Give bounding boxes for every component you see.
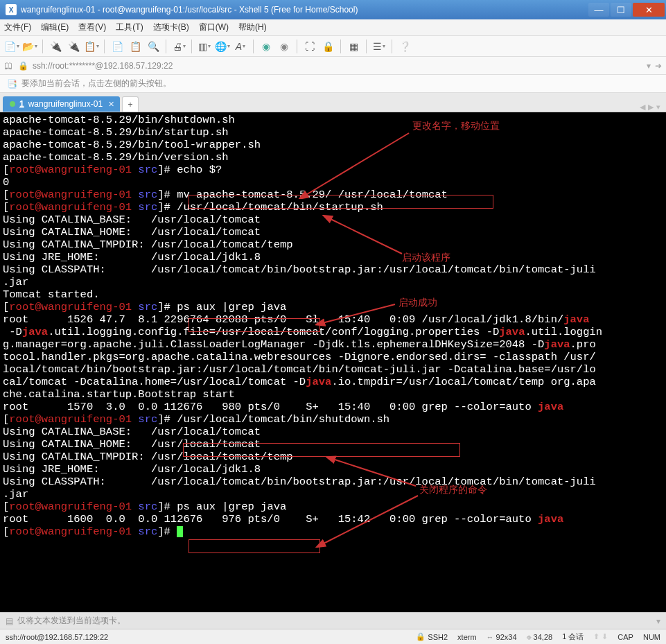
lock-small-icon: 🔒 <box>18 61 28 71</box>
menu-bar: 文件(F) 编辑(E) 查看(V) 工具(T) 选项卡(B) 窗口(W) 帮助(… <box>0 19 666 36</box>
xftp-icon[interactable]: ◉ <box>258 39 274 54</box>
send-text: 仅将文本发送到当前选项卡。 <box>17 615 125 627</box>
help-icon[interactable]: ❔ <box>397 39 412 54</box>
lock-status-icon: 🔒 <box>416 632 426 641</box>
menu-file[interactable]: 文件(F) <box>4 21 31 33</box>
status-caps: CAP <box>617 633 633 641</box>
annotation-3: 启动成功 <box>398 296 437 308</box>
paste-icon[interactable]: 📋 <box>128 39 143 54</box>
menu-edit[interactable]: 编辑(E) <box>41 21 69 33</box>
status-bar: ssh://root@192.168.57.129:22 🔒SSH2 xterm… <box>0 629 666 644</box>
status-session: 1 会话 <box>562 632 584 642</box>
window-titlebar: X wangruifenglinux-01 - root@wangruifeng… <box>0 0 666 19</box>
highlight-box-4 <box>189 539 320 553</box>
app-icon: X <box>6 4 17 15</box>
hint-text: 要添加当前会话，点击左侧的箭头按钮。 <box>21 78 171 89</box>
svg-line-0 <box>305 133 409 195</box>
view-icon[interactable]: ☰ <box>371 39 387 54</box>
open-session-icon[interactable]: 📂 <box>22 39 37 54</box>
size-icon: ↔ <box>487 633 494 641</box>
status-dot-icon <box>10 101 15 107</box>
cursor-icon: ⎆ <box>527 633 532 641</box>
print-icon[interactable]: 🖨 <box>171 39 186 54</box>
menu-tools[interactable]: 工具(T) <box>116 21 143 33</box>
add-tab-button[interactable]: + <box>122 96 139 112</box>
properties-icon[interactable]: 📋 <box>84 39 99 54</box>
hint-bar: 📑 要添加当前会话，点击左侧的箭头按钮。 <box>0 75 666 93</box>
status-pos: 34,28 <box>534 633 553 641</box>
status-connection: ssh://root@192.168.57.129:22 <box>6 633 406 641</box>
find-icon[interactable]: 🔍 <box>146 39 161 54</box>
tile-icon[interactable]: ▦ <box>346 39 361 54</box>
lock-icon[interactable]: 🔒 <box>320 39 335 54</box>
toolbar: 📄 📂 🔌 🔌 📋 📄 📋 🔍 🖨 ▥ 🌐 A ◉ ◉ ⛶ 🔒 ▦ ☰ ❔ <box>0 36 666 57</box>
copy-icon[interactable]: 📄 <box>109 39 125 54</box>
tab-bar: 1 wangruifenglinux-01 ✕ + ◀ ▶ ▾ <box>0 93 666 112</box>
tab-prev-icon[interactable]: ◀ <box>640 103 645 112</box>
disconnect-icon[interactable]: 🔌 <box>66 39 81 54</box>
tab-list-icon[interactable]: ▾ <box>656 103 660 112</box>
svg-line-1 <box>329 218 402 254</box>
status-ssh: SSH2 <box>428 633 448 641</box>
minimize-button[interactable]: — <box>588 3 609 17</box>
new-session-icon[interactable]: 📄 <box>4 39 19 54</box>
maximize-button[interactable]: ☐ <box>611 3 631 17</box>
xagent-icon[interactable]: ◉ <box>277 39 292 54</box>
status-term: xterm <box>457 633 477 641</box>
terminal[interactable]: apache-tomcat-8.5.29/bin/shutdown.sh apa… <box>0 112 666 612</box>
annotation-2: 启动该程序 <box>402 251 450 263</box>
tab-close-icon[interactable]: ✕ <box>108 100 114 109</box>
annotation-1: 更改名字，移动位置 <box>412 119 500 132</box>
send-icon[interactable]: ▤ <box>6 616 13 626</box>
window-title: wangruifenglinux-01 - root@wangruifeng-0… <box>21 5 587 15</box>
reconnect-icon[interactable]: 🔌 <box>48 39 63 54</box>
send-dropdown-icon[interactable]: ▾ <box>656 616 660 626</box>
fullscreen-icon[interactable]: ⛶ <box>302 39 317 54</box>
layout-icon[interactable]: ▥ <box>197 39 212 54</box>
down-icon[interactable]: ⬇ <box>602 632 608 641</box>
menu-tabs[interactable]: 选项卡(B) <box>153 21 189 33</box>
address-bar: 🕮 🔒 ssh://root:********@192.168.57.129:2… <box>0 57 666 75</box>
bookmark-icon[interactable]: 🕮 <box>4 61 12 71</box>
tab-number: 1 <box>19 99 24 109</box>
hint-add-icon[interactable]: 📑 <box>7 79 17 89</box>
close-button[interactable]: ✕ <box>633 3 665 17</box>
arrow-2 <box>322 215 412 258</box>
session-tab[interactable]: 1 wangruifenglinux-01 ✕ <box>3 96 120 112</box>
addr-dropdown-icon[interactable]: ▾ <box>647 61 651 71</box>
menu-help[interactable]: 帮助(H) <box>238 21 267 33</box>
tab-label: wangruifenglinux-01 <box>28 99 103 109</box>
status-num: NUM <box>643 633 660 641</box>
font-icon[interactable]: A <box>233 39 248 54</box>
menu-window[interactable]: 窗口(W) <box>199 21 229 33</box>
address-text[interactable]: ssh://root:********@192.168.57.129:22 <box>33 61 642 71</box>
up-icon[interactable]: ⬆ <box>593 632 599 641</box>
addr-go-icon[interactable]: ➜ <box>655 61 662 71</box>
send-bar: ▤ 仅将文本发送到当前选项卡。 ▾ <box>0 612 666 629</box>
menu-view[interactable]: 查看(V) <box>78 21 106 33</box>
status-size: 92x34 <box>496 633 517 641</box>
tab-next-icon[interactable]: ▶ <box>648 103 654 112</box>
encoding-icon[interactable]: 🌐 <box>215 39 230 54</box>
